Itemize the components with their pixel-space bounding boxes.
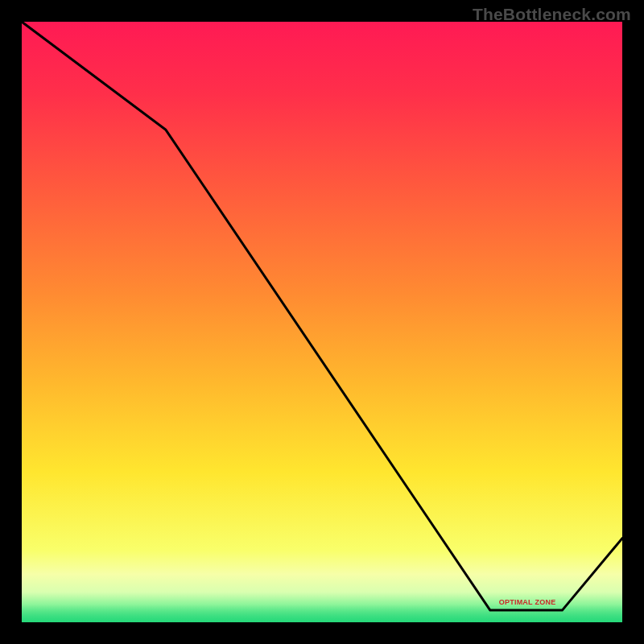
curve-path (22, 22, 622, 610)
plot-area: OPTIMAL ZONE (22, 22, 622, 622)
optimal-zone-label: OPTIMAL ZONE (499, 598, 556, 606)
chart-stage: TheBottleneck.com OPTIMAL ZONE (0, 0, 644, 644)
bottleneck-curve (22, 22, 622, 622)
